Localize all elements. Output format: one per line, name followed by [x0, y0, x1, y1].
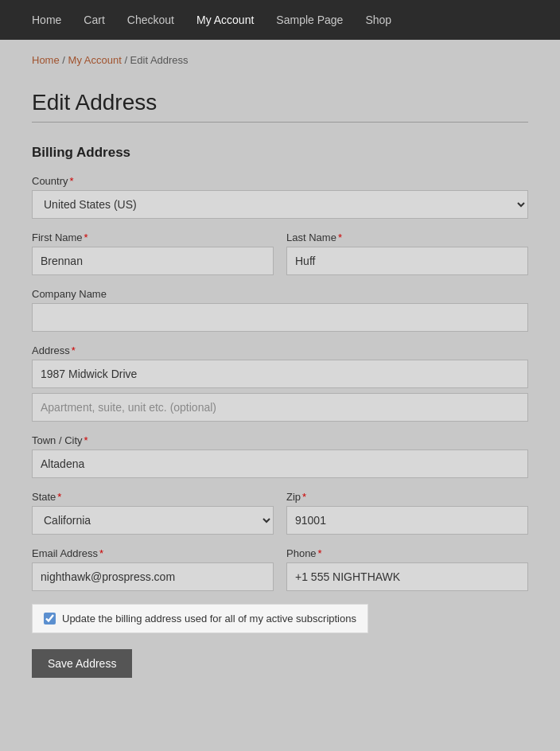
breadcrumb-current: Edit Address [130, 54, 189, 66]
title-divider [32, 122, 528, 123]
town-required: * [84, 434, 88, 446]
address-label: Address* [32, 344, 528, 356]
address2-input[interactable] [32, 393, 528, 422]
country-select[interactable]: United States (US) [32, 190, 528, 219]
main-nav: Home Cart Checkout My Account Sample Pag… [0, 0, 560, 40]
town-group: Town / City* [32, 434, 528, 478]
state-select[interactable]: California [32, 506, 274, 535]
last-name-required: * [338, 232, 342, 243]
breadcrumb-sep2: / [124, 54, 130, 66]
country-label: Country* [32, 175, 528, 187]
nav-sample-page[interactable]: Sample Page [276, 14, 343, 26]
section-title: Billing Address [32, 145, 528, 161]
town-input[interactable] [32, 449, 528, 478]
phone-required: * [318, 547, 322, 559]
company-label: Company Name [32, 288, 528, 300]
email-group: Email Address* [32, 547, 274, 591]
town-label: Town / City* [32, 434, 528, 446]
main-content: Edit Address Billing Address Country* Un… [0, 74, 560, 710]
country-required: * [70, 175, 74, 187]
first-name-label: First Name* [32, 232, 274, 243]
breadcrumb-sep1: / [62, 54, 68, 66]
zip-input[interactable] [286, 506, 528, 535]
save-address-button[interactable]: Save Address [32, 649, 132, 678]
company-group: Company Name [32, 288, 528, 332]
email-required: * [99, 547, 103, 559]
zip-group: Zip* [286, 491, 528, 535]
nav-shop[interactable]: Shop [365, 14, 391, 26]
first-name-group: First Name* [32, 232, 274, 275]
last-name-input[interactable] [286, 247, 528, 275]
phone-group: Phone* [286, 547, 528, 591]
breadcrumb: Home / My Account / Edit Address [0, 40, 560, 74]
page-title: Edit Address [32, 90, 528, 115]
phone-label: Phone* [286, 547, 528, 559]
zip-required: * [302, 491, 306, 503]
first-name-required: * [84, 232, 88, 243]
nav-checkout[interactable]: Checkout [127, 14, 174, 26]
address-required: * [72, 344, 76, 356]
subscription-checkbox[interactable] [44, 613, 56, 625]
first-name-input[interactable] [32, 247, 274, 275]
state-zip-row: State* California Zip* [32, 491, 528, 547]
breadcrumb-my-account[interactable]: My Account [68, 54, 122, 66]
last-name-group: Last Name* [286, 232, 528, 275]
zip-label: Zip* [286, 491, 528, 503]
state-required: * [57, 491, 61, 503]
email-input[interactable] [32, 562, 274, 591]
last-name-label: Last Name* [286, 232, 528, 243]
phone-input[interactable] [286, 562, 528, 591]
address-input[interactable] [32, 360, 528, 388]
company-input[interactable] [32, 303, 528, 332]
breadcrumb-home[interactable]: Home [32, 54, 60, 66]
nav-home[interactable]: Home [32, 14, 61, 26]
state-label: State* [32, 491, 274, 503]
subscription-checkbox-wrapper: Update the billing address used for all … [32, 604, 368, 633]
address-group: Address* [32, 344, 528, 422]
subscription-checkbox-label[interactable]: Update the billing address used for all … [62, 613, 356, 625]
name-row: First Name* Last Name* [32, 232, 528, 288]
nav-cart[interactable]: Cart [84, 14, 104, 26]
state-group: State* California [32, 491, 274, 535]
email-label: Email Address* [32, 547, 274, 559]
country-group: Country* United States (US) [32, 175, 528, 219]
email-phone-row: Email Address* Phone* [32, 547, 528, 604]
nav-my-account[interactable]: My Account [196, 14, 254, 26]
